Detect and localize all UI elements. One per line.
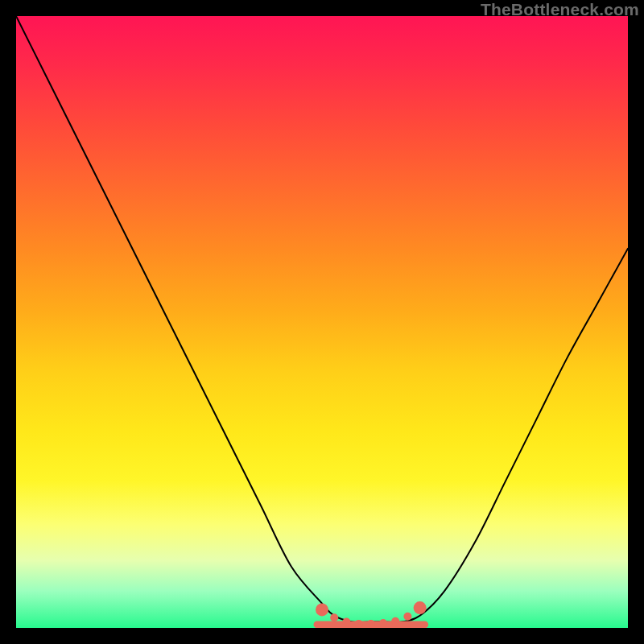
curve-layer <box>16 16 628 622</box>
optimal-marker-dot <box>342 618 350 626</box>
chart-svg <box>16 16 628 628</box>
optimal-marker-dot <box>355 620 363 628</box>
optimal-marker-dot <box>403 613 411 621</box>
optimal-marker-dot <box>379 619 387 627</box>
bottleneck-curve-path <box>16 16 628 622</box>
marker-layer <box>316 601 427 628</box>
optimal-marker-dot <box>391 617 399 625</box>
optimal-marker-dot <box>367 620 375 628</box>
optimal-marker-dot <box>330 613 338 621</box>
plot-area <box>16 16 628 628</box>
optimal-marker-dot <box>414 601 427 614</box>
optimal-marker-dot <box>316 603 328 616</box>
chart-stage: TheBottleneck.com <box>0 0 644 644</box>
